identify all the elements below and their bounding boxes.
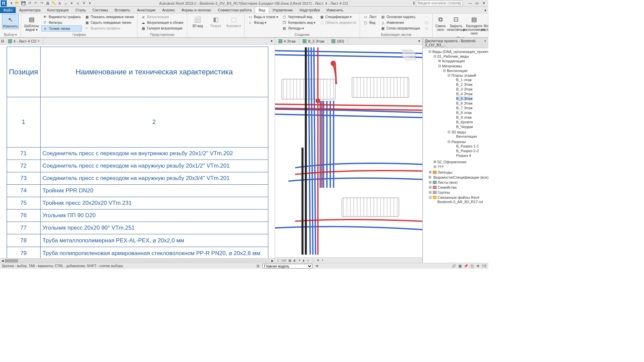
- view-tab[interactable]: {3D}: [328, 39, 347, 44]
- view-dropdown-icon[interactable]: ▾: [416, 39, 422, 43]
- scope-box-button[interactable]: ⬚Область видимости: [318, 20, 358, 25]
- view-tab[interactable]: 4 Этаж: [275, 39, 299, 44]
- view-button[interactable]: ▢Вид: [362, 20, 378, 25]
- thin-lines-icon[interactable]: ≡: [75, 1, 80, 6]
- hide-hidden-button[interactable]: ▦Скрыть невидимые линии: [83, 20, 135, 25]
- tree-item[interactable]: В_Чердак: [452, 124, 488, 129]
- visual-style-icon[interactable]: ◐: [293, 259, 296, 262]
- sheet-canvas[interactable]: Позиция Наименование и техническая харак…: [0, 45, 275, 258]
- select-links-icon[interactable]: 🔗: [451, 264, 456, 268]
- search-input[interactable]: [416, 1, 463, 6]
- crop-region-icon[interactable]: ⬚: [312, 259, 315, 262]
- sync-icon[interactable]: ↺: [27, 1, 32, 6]
- callout-button[interactable]: ⬚Фрагмент: [225, 14, 242, 28]
- qat-dropdown-icon[interactable]: ▾: [87, 1, 93, 6]
- redo-icon[interactable]: ↷: [39, 1, 44, 6]
- close-tab-icon[interactable]: ×: [38, 39, 40, 43]
- view-dropdown-icon[interactable]: ▾: [269, 39, 275, 43]
- sun-path-icon[interactable]: ☀: [298, 259, 301, 262]
- tree-item[interactable]: В_8 этаж: [452, 110, 488, 115]
- tree-item[interactable]: В_1 этаж: [452, 77, 488, 82]
- tile-button[interactable]: ▦Мозаичное расположение окон: [484, 14, 488, 36]
- close-icon[interactable]: ✕: [481, 1, 486, 5]
- visibility-button[interactable]: 👁Видимость/ графика: [41, 14, 82, 19]
- scale-label[interactable]: 1 : 100: [277, 259, 286, 262]
- drafting-view-button[interactable]: ▢Чертежный вид: [281, 14, 317, 19]
- schedules-button[interactable]: ▦Спецификации ▾: [318, 14, 358, 19]
- measure-icon[interactable]: 📏: [51, 1, 56, 6]
- thin-lines-button[interactable]: ≡Тонкие линии: [41, 25, 82, 32]
- ribbon-tab[interactable]: Аннотации: [134, 7, 159, 13]
- shadows-icon[interactable]: ◗: [303, 259, 305, 262]
- plan-views-button[interactable]: ▭Виды в плане ▾: [247, 14, 279, 19]
- infocenter-icon[interactable]: ℹ: [413, 1, 415, 5]
- reveal-icon[interactable]: ⌖: [322, 258, 323, 262]
- ribbon-tab[interactable]: Управление: [269, 7, 296, 13]
- more-icon[interactable]: ▾: [69, 1, 74, 6]
- project-tree[interactable]: ⊟Виды (DAA_организация_проекта) ⊟01_Рабо…: [423, 48, 488, 263]
- elevation-button[interactable]: ⌂Фасад ▾: [247, 20, 279, 25]
- ribbon-tab[interactable]: Совместная работа: [214, 7, 255, 13]
- view-tab[interactable]: B_5 Этаж: [299, 39, 328, 44]
- ribbon-tab[interactable]: Надстройки: [296, 7, 323, 13]
- duplicate-view-button[interactable]: ❐Копировать вид ▾: [281, 20, 317, 25]
- ribbon-tab[interactable]: Конструкция: [44, 7, 72, 13]
- cloud-render-button[interactable]: ☁Визуализация в облаке: [140, 20, 185, 25]
- close-hidden-icon[interactable]: ✕: [81, 1, 87, 6]
- view-templates-button[interactable]: ▤ Шаблоны видов ▾: [23, 14, 40, 32]
- tree-item[interactable]: В_Разрез 2-2: [452, 148, 488, 153]
- ribbon-tab[interactable]: Изменить: [323, 7, 347, 13]
- ribbon-collapse-icon[interactable]: ▴: [482, 8, 488, 12]
- home-icon[interactable]: ⌂: [63, 1, 68, 6]
- viewport-button[interactable]: ▭: [423, 25, 430, 31]
- tree-item[interactable]: В_5 Этаж: [452, 96, 488, 101]
- tree-item[interactable]: В_Разрез 1-1: [452, 144, 488, 148]
- legends-button[interactable]: ▤Легенды ▾: [281, 25, 317, 31]
- revisions-button[interactable]: △Изменения: [379, 20, 422, 25]
- hide-icon[interactable]: 👁: [317, 259, 320, 262]
- modify-button[interactable]: ↖ Изменить: [2, 14, 19, 29]
- text-icon[interactable]: A: [57, 1, 62, 6]
- tree-item[interactable]: В_7 Этаж: [452, 106, 488, 110]
- gallery-button[interactable]: ▦Галерея визуализации: [140, 25, 185, 31]
- ribbon-tab[interactable]: Архитектура: [16, 7, 44, 13]
- save-icon[interactable]: 💾: [21, 1, 26, 6]
- select-face-icon[interactable]: ◫: [470, 264, 474, 268]
- filters-button[interactable]: ▽Фильтры: [41, 20, 82, 25]
- crop-icon[interactable]: ▭: [307, 259, 310, 262]
- ribbon-tab[interactable]: Вставить: [111, 7, 134, 13]
- show-hidden-button[interactable]: ▦Показать невидимые линии: [83, 14, 135, 19]
- view-cube[interactable]: Справа: [395, 47, 419, 63]
- viewref-button[interactable]: ▢: [423, 20, 430, 25]
- 3d-view-canvas[interactable]: Справа: [275, 45, 422, 257]
- select-underlay-icon[interactable]: ▦: [458, 264, 462, 268]
- tree-item[interactable]: В_Кровля: [452, 120, 488, 124]
- undo-icon[interactable]: ↶: [33, 1, 38, 6]
- model-select[interactable]: Главная модель: [262, 264, 313, 268]
- restore-icon[interactable]: ▭: [474, 1, 480, 5]
- ribbon-tab-view[interactable]: Вид: [255, 7, 269, 13]
- view-tab[interactable]: 4 - Лист 4 СО ×: [5, 39, 43, 44]
- pin-icon[interactable]: ⊟: [0, 39, 5, 43]
- tree-item[interactable]: В_9 этаж: [452, 115, 488, 120]
- titleblock-button[interactable]: ▤Основная надпись: [379, 14, 422, 19]
- workset-icon[interactable]: ⊞: [256, 264, 260, 268]
- tree-item[interactable]: В_3 Этаж: [452, 87, 488, 92]
- guide-grid-button[interactable]: ▦Сетка направляющих: [379, 25, 422, 31]
- render-button[interactable]: ◉Визуализация: [140, 14, 185, 19]
- scroll-right-icon[interactable]: ▶: [270, 259, 275, 262]
- tree-item[interactable]: В_6 Этаж: [452, 101, 488, 106]
- close-panel-icon[interactable]: ×: [484, 39, 486, 47]
- editable-only-icon[interactable]: ⚙: [315, 264, 319, 268]
- section-button[interactable]: ◧Разрез: [207, 14, 224, 28]
- ribbon-tab[interactable]: Сталь: [72, 7, 89, 13]
- horizontal-scrollbar[interactable]: ◀ ▶: [0, 258, 275, 263]
- cut-profile-button[interactable]: ✄Вырезать профиль: [83, 25, 135, 31]
- detail-level-icon[interactable]: ▦: [288, 259, 291, 262]
- close-inactive-button[interactable]: ⊡Закрыть неактивные: [448, 14, 465, 32]
- ribbon-tab[interactable]: Формы и генплан: [178, 7, 215, 13]
- tree-item[interactable]: В_4 Этаж: [452, 92, 488, 96]
- switch-windows-button[interactable]: ⧉Смена окон: [435, 14, 446, 32]
- ribbon-tab[interactable]: Системы: [89, 7, 111, 13]
- sheet-button[interactable]: ▭Лист: [362, 14, 378, 19]
